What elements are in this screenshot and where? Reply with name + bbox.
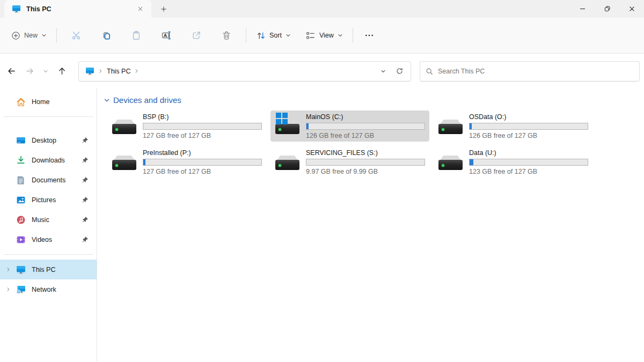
chevron-down-icon <box>286 33 291 38</box>
sidebar-item-this-pc[interactable]: This PC <box>0 260 97 279</box>
address-dropdown-button[interactable] <box>375 63 391 79</box>
drive-name: Data (U:) <box>469 149 589 157</box>
sidebar-item-label: Downloads <box>32 157 82 164</box>
copy-button[interactable] <box>96 25 117 46</box>
drive-free-space: 9.97 GB free of 9.99 GB <box>306 167 426 176</box>
new-label: New <box>24 32 38 39</box>
arrow-left-icon <box>8 67 16 75</box>
cut-icon <box>71 31 81 40</box>
drive-free-space: 126 GB free of 127 GB <box>306 131 426 140</box>
hard-drive-icon <box>275 150 301 176</box>
drive-tile-preinstalled[interactable]: PreInstalled (P:) 127 GB free of 127 GB <box>107 146 266 178</box>
search-box[interactable] <box>420 61 640 82</box>
drive-tile-bsp[interactable]: BSP (B:) 127 GB free of 127 GB <box>107 110 266 142</box>
sidebar: Home Desktop Downloads Documents Picture… <box>0 88 97 362</box>
refresh-button[interactable] <box>391 63 407 79</box>
toolbar-divider <box>56 28 57 43</box>
sidebar-item-desktop[interactable]: Desktop <box>0 130 97 150</box>
drive-tile-mainos[interactable]: MainOS (C:) 126 GB free of 127 GB <box>270 110 429 142</box>
desktop-icon <box>16 136 26 145</box>
sidebar-divider <box>3 254 93 255</box>
view-icon <box>306 31 316 40</box>
hard-drive-icon <box>438 150 464 176</box>
sidebar-item-downloads[interactable]: Downloads <box>0 150 97 170</box>
sidebar-item-documents[interactable]: Documents <box>0 170 97 190</box>
chevron-down-icon <box>380 69 386 74</box>
sidebar-divider <box>3 116 93 117</box>
drive-name: OSData (O:) <box>469 113 589 121</box>
drive-free-space: 126 GB free of 127 GB <box>469 131 589 140</box>
network-icon <box>16 285 26 294</box>
drive-usage-bar <box>143 123 262 130</box>
minimize-button[interactable] <box>570 0 595 18</box>
sidebar-item-label: Desktop <box>32 137 82 144</box>
music-icon <box>16 215 26 225</box>
drive-usage-fill <box>470 159 473 165</box>
pin-icon <box>82 196 89 204</box>
this-pc-icon <box>16 265 26 275</box>
drive-usage-fill <box>470 123 472 129</box>
plus-icon <box>160 6 167 12</box>
chevron-down-icon <box>338 33 343 38</box>
chevron-right-icon[interactable] <box>0 267 16 272</box>
close-button[interactable] <box>619 0 644 18</box>
restore-icon <box>604 5 611 12</box>
drive-grid: BSP (B:) 127 GB free of 127 GB MainOS (C… <box>107 110 597 178</box>
sidebar-item-network[interactable]: Network <box>0 279 97 299</box>
sidebar-item-label: Pictures <box>32 196 82 204</box>
delete-button[interactable] <box>216 25 237 46</box>
recent-locations-button[interactable] <box>39 62 53 80</box>
tab-close-icon[interactable] <box>134 3 146 15</box>
arrow-up-icon <box>58 67 66 75</box>
see-more-button[interactable] <box>358 25 380 46</box>
new-tab-button[interactable] <box>156 2 172 16</box>
pictures-icon <box>16 195 26 205</box>
hard-drive-icon <box>112 150 137 176</box>
rename-button[interactable] <box>156 25 177 46</box>
sort-button[interactable]: Sort <box>251 25 296 46</box>
cut-button[interactable] <box>65 25 87 46</box>
sidebar-item-pictures[interactable]: Pictures <box>0 190 97 210</box>
drive-usage-bar <box>306 123 425 130</box>
sidebar-item-label: Videos <box>32 236 82 243</box>
forward-button[interactable] <box>20 62 39 80</box>
chevron-down-icon[interactable] <box>104 97 110 104</box>
tab-strip: This PC <box>0 0 644 18</box>
sidebar-item-music[interactable]: Music <box>0 210 97 230</box>
sidebar-item-label: This PC <box>32 266 93 274</box>
search-icon <box>426 68 433 75</box>
breadcrumb-this-pc[interactable]: This PC <box>107 68 130 75</box>
search-input[interactable] <box>438 68 634 75</box>
sidebar-item-label: Documents <box>32 176 82 184</box>
chevron-right-icon[interactable] <box>134 69 139 73</box>
sidebar-list: Home Desktop Downloads Documents Picture… <box>0 92 97 299</box>
restore-button[interactable] <box>595 0 619 18</box>
chevron-down-icon <box>41 33 47 38</box>
command-toolbar: New Sort View <box>0 18 644 54</box>
up-button[interactable] <box>53 62 71 80</box>
share-button[interactable] <box>186 25 207 46</box>
back-button[interactable] <box>2 62 20 80</box>
chevron-right-icon <box>98 69 103 73</box>
pin-icon <box>82 137 89 144</box>
sidebar-item-home[interactable]: Home <box>0 92 97 112</box>
paste-button[interactable] <box>126 25 147 46</box>
address-bar[interactable]: This PC <box>78 61 411 82</box>
drive-tile-osdata[interactable]: OSData (O:) 126 GB free of 127 GB <box>434 110 592 142</box>
drive-free-space: 127 GB free of 127 GB <box>143 131 263 140</box>
pin-icon <box>82 216 89 224</box>
drive-name: PreInstalled (P:) <box>143 149 263 157</box>
group-header-devices-and-drives[interactable]: Devices and drives <box>104 95 644 105</box>
drive-tile-servicing_files[interactable]: SERVICING_FILES (S:) 9.97 GB free of 9.9… <box>270 146 429 178</box>
videos-icon <box>16 235 26 245</box>
new-button[interactable]: New <box>5 25 52 46</box>
drive-tile-data[interactable]: Data (U:) 123 GB free of 127 GB <box>434 146 592 178</box>
tab-this-pc[interactable]: This PC <box>4 0 151 18</box>
view-button[interactable]: View <box>301 25 348 46</box>
tab-label: This PC <box>26 5 129 13</box>
sidebar-item-videos[interactable]: Videos <box>0 230 97 249</box>
toolbar-divider <box>246 28 246 43</box>
body-row: Home Desktop Downloads Documents Picture… <box>0 88 644 362</box>
chevron-right-icon[interactable] <box>0 287 16 292</box>
drive-usage-fill <box>306 123 309 129</box>
